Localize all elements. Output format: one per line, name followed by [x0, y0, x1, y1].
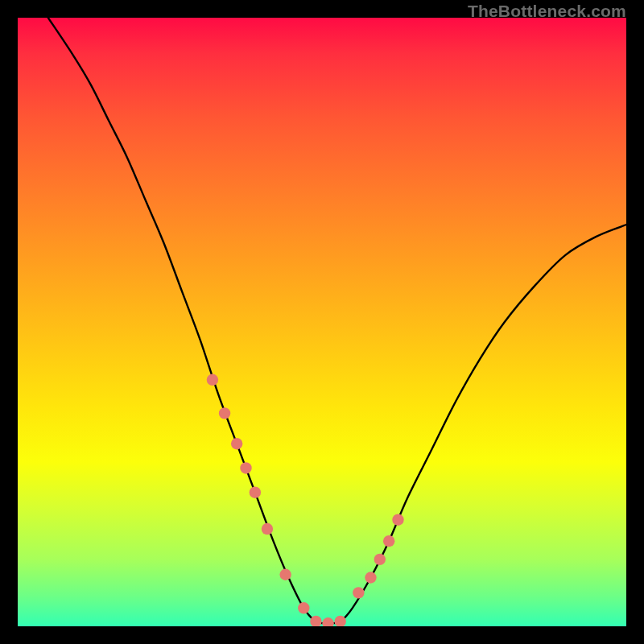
sample-point — [250, 486, 261, 497]
curve-layer — [18, 18, 626, 626]
sample-point — [298, 602, 309, 613]
sample-point — [240, 462, 251, 473]
chart-frame: TheBottleneck.com — [0, 0, 644, 644]
sample-point — [219, 407, 230, 419]
sample-point — [322, 617, 333, 626]
plot-area — [18, 18, 626, 626]
sample-point — [353, 587, 364, 598]
sample-points — [207, 374, 404, 626]
sample-point — [279, 569, 291, 580]
sample-point — [262, 523, 273, 535]
sample-point — [392, 514, 403, 526]
sample-point — [231, 438, 242, 449]
bottleneck-curve — [48, 18, 626, 623]
sample-point — [383, 535, 394, 547]
sample-point — [365, 572, 376, 583]
sample-point — [207, 374, 218, 386]
sample-point — [374, 554, 386, 565]
